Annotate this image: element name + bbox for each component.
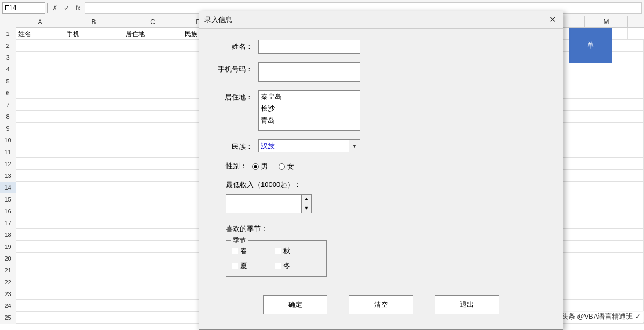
cell-a1[interactable]: 姓名	[16, 28, 64, 40]
dialog-right-column: 性别： 男 女 最低收入（10000起）：	[215, 161, 376, 277]
income-section: 最低收入（10000起）： ▲ ▼	[226, 180, 376, 213]
row-number: 1	[0, 28, 16, 40]
exit-button[interactable]: 退出	[435, 295, 499, 314]
ethnicity-select[interactable]: 汉族 回族 满族 壮族 藏族	[258, 139, 360, 152]
dialog-body: 姓名： 手机号码： 居住地： 秦	[199, 29, 563, 329]
gender-male-radio[interactable]	[252, 163, 259, 170]
location-control-wrap: 秦皇岛 长沙 青岛	[258, 90, 387, 131]
col-header-c[interactable]: C	[123, 16, 182, 28]
ethnicity-control-wrap: 汉族 回族 满族 壮族 藏族 ▼	[258, 139, 387, 152]
blue-button[interactable]: 单	[569, 28, 612, 63]
dialog-form: 录入信息 ✕ 姓名： 手机号码：	[199, 11, 564, 330]
season-legend: 季节	[231, 236, 248, 245]
season-spring-label: 春	[240, 246, 247, 256]
list-item[interactable]: 长沙	[259, 103, 360, 114]
season-label: 喜欢的季节：	[226, 224, 376, 234]
income-input[interactable]	[226, 194, 301, 213]
spinner-down-button[interactable]: ▼	[301, 204, 312, 214]
spinner-buttons: ▲ ▼	[301, 194, 312, 213]
gender-male-option[interactable]: 男	[252, 162, 268, 171]
ethnicity-combobox-wrap: 汉族 回族 满族 壮族 藏族 ▼	[258, 139, 360, 152]
formula-fx-icon[interactable]: fx	[74, 4, 83, 12]
income-spinner-wrap: ▲ ▼	[226, 194, 312, 213]
dialog-close-button[interactable]: ✕	[547, 15, 558, 25]
spinner-up-button[interactable]: ▲	[301, 194, 312, 204]
formula-divider	[47, 3, 48, 13]
name-box[interactable]: E14	[2, 2, 45, 14]
phone-field-row: 手机号码：	[215, 62, 387, 82]
season-spring-item[interactable]: 春	[232, 246, 275, 256]
phone-input[interactable]	[258, 62, 360, 82]
list-item[interactable]: 秦皇岛	[259, 91, 360, 103]
phone-label: 手机号码：	[215, 62, 258, 74]
list-item[interactable]: 青岛	[259, 114, 360, 126]
confirm-button[interactable]: 确定	[263, 295, 327, 314]
income-label: 最低收入（10000起）：	[226, 180, 376, 190]
location-listbox[interactable]: 秦皇岛 长沙 青岛	[258, 90, 360, 131]
dialog-title: 录入信息	[204, 15, 232, 25]
season-autumn-item[interactable]: 秋	[275, 246, 318, 256]
gender-radio-group: 男 女	[252, 161, 294, 171]
formula-confirm-icon[interactable]: ✓	[62, 4, 71, 12]
col-header-b[interactable]: B	[64, 16, 123, 28]
season-summer-item[interactable]: 夏	[232, 261, 275, 271]
ethnicity-label: 民族：	[215, 140, 258, 152]
name-label: 姓名：	[215, 40, 258, 52]
phone-control-wrap	[258, 62, 387, 82]
season-checkbox-group: 季节 春 秋 夏	[226, 240, 327, 277]
season-autumn-checkbox[interactable]	[275, 248, 281, 254]
name-field-row: 姓名：	[215, 40, 387, 54]
row-num-header-cell	[0, 16, 16, 28]
gender-female-label: 女	[287, 162, 294, 171]
season-winter-label: 冬	[283, 261, 290, 271]
location-label: 居住地：	[215, 90, 258, 102]
gender-male-label: 男	[261, 162, 268, 171]
season-summer-checkbox[interactable]	[232, 263, 238, 269]
season-summer-label: 夏	[240, 261, 247, 271]
cell-c1[interactable]: 居住地	[123, 28, 182, 40]
cell-b1[interactable]: 手机	[64, 28, 123, 40]
season-autumn-label: 秋	[283, 246, 290, 256]
gender-row: 性别： 男 女	[226, 161, 376, 171]
dialog-title-bar: 录入信息 ✕	[199, 11, 563, 29]
season-winter-checkbox[interactable]	[275, 263, 281, 269]
gender-female-option[interactable]: 女	[279, 162, 294, 171]
action-buttons-row: 确定 清空 退出	[215, 290, 547, 319]
season-winter-item[interactable]: 冬	[275, 261, 318, 271]
dialog-left-column: 姓名： 手机号码： 居住地： 秦	[215, 40, 387, 161]
gender-label: 性别：	[226, 161, 247, 171]
col-header-a[interactable]: A	[16, 16, 64, 28]
watermark: 头条 @VBA语言精通班 ✓	[558, 311, 644, 322]
name-input[interactable]	[258, 40, 360, 54]
location-field-row: 居住地： 秦皇岛 长沙 青岛	[215, 90, 387, 131]
ethnicity-field-row: 民族： 汉族 回族 满族 壮族 藏族 ▼	[215, 139, 387, 152]
gender-female-radio[interactable]	[279, 163, 285, 170]
formula-cancel-icon[interactable]: ✗	[50, 4, 60, 12]
season-spring-checkbox[interactable]	[232, 248, 238, 254]
season-checkbox-grid: 春 秋 夏 冬	[232, 246, 318, 271]
name-control-wrap	[258, 40, 387, 54]
col-header-m[interactable]: M	[585, 16, 628, 28]
clear-button[interactable]: 清空	[349, 295, 413, 314]
season-section: 喜欢的季节： 季节 春 秋	[226, 224, 376, 277]
